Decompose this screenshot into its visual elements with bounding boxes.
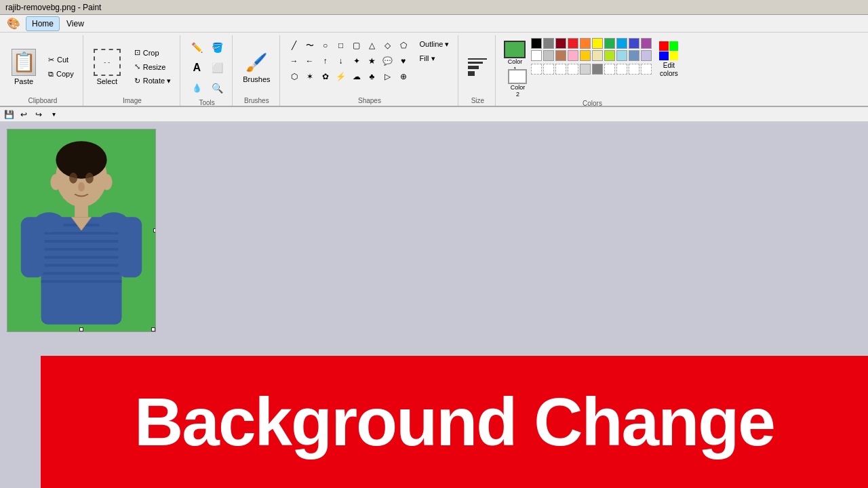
shape-hexagon[interactable]: ⬡ (287, 69, 302, 84)
swatch-custom1[interactable] (531, 64, 542, 75)
swatch-custom9[interactable] (629, 64, 639, 75)
fill-dropdown[interactable]: Fill ▾ (416, 52, 453, 65)
swatch-ltgray[interactable] (543, 50, 554, 61)
colors-palette (531, 38, 652, 75)
shape-star5[interactable]: ★ (365, 54, 380, 68)
clipboard-group: 📋 Paste ✂ Cut ⧉ Copy Clipboard (3, 35, 83, 106)
eraser-button[interactable]: ⬜ (208, 58, 226, 77)
cut-copy-container: ✂ Cut ⧉ Copy (45, 54, 77, 81)
brushes-button[interactable]: 🖌️ Brushes (239, 47, 273, 87)
shape-wedge[interactable]: ▷ (380, 69, 395, 84)
swatch-purple[interactable] (641, 38, 652, 49)
swatch-white[interactable] (531, 50, 542, 61)
menu-home[interactable]: Home (26, 16, 60, 31)
edit-colors-button[interactable]: Editcolors (656, 38, 682, 81)
undo-button[interactable]: ↩ (18, 108, 30, 121)
fill-button[interactable]: 🪣 (208, 38, 226, 57)
swatch-steelblue[interactable] (629, 50, 639, 61)
copy-button[interactable]: ⧉ Copy (45, 68, 77, 81)
swatch-pink[interactable] (568, 50, 578, 61)
shape-diamond[interactable]: ◇ (380, 38, 395, 53)
shape-pentagon[interactable]: ⬠ (396, 38, 411, 53)
color1-box[interactable] (504, 41, 526, 58)
resize-handle-bottom[interactable] (79, 327, 83, 331)
swatch-orange[interactable] (580, 38, 591, 49)
swatch-lavender[interactable] (641, 50, 652, 61)
rotate-button[interactable]: ↻ Rotate ▾ (131, 75, 174, 87)
shape-rect[interactable]: □ (334, 38, 349, 53)
swatch-custom3[interactable] (555, 64, 566, 75)
shape-roundrect[interactable]: ▢ (349, 38, 364, 53)
size-label: Size (471, 96, 484, 104)
shape-arrow-right[interactable]: → (287, 54, 302, 68)
shape-star7[interactable]: ✿ (318, 69, 333, 84)
shape-star4[interactable]: ✦ (349, 54, 364, 68)
swatch-green[interactable] (604, 38, 615, 49)
color1-selector[interactable]: Color1 (504, 41, 526, 73)
resize-label: Resize (143, 63, 166, 71)
svg-rect-8 (75, 205, 88, 218)
shape-line[interactable]: ╱ (287, 38, 302, 53)
shape-expand[interactable]: ⊕ (396, 69, 411, 84)
cut-button[interactable]: ✂ Cut (45, 54, 77, 66)
swatch-black[interactable] (531, 38, 542, 49)
swatch-custom8[interactable] (616, 64, 627, 75)
shape-heart[interactable]: ♥ (396, 54, 411, 68)
redo-button[interactable]: ↪ (33, 108, 45, 121)
shape-arrow-up[interactable]: ↑ (318, 54, 333, 68)
swatch-blue[interactable] (629, 38, 639, 49)
paste-button[interactable]: 📋 Paste (8, 45, 39, 89)
swatch-lime[interactable] (604, 50, 615, 61)
swatch-custom5[interactable] (580, 64, 591, 75)
shape-triangle[interactable]: △ (365, 38, 380, 53)
svg-point-7 (102, 174, 113, 190)
resize-button[interactable]: ⤡ Resize (131, 60, 174, 73)
brushes-label: Brushes (243, 75, 270, 83)
shape-cloud[interactable]: ☁ (349, 69, 364, 84)
swatch-custom7[interactable] (604, 64, 615, 75)
shape-curve[interactable]: 〜 (302, 38, 317, 53)
swatch-custom4[interactable] (568, 64, 578, 75)
menu-view[interactable]: View (61, 17, 90, 30)
swatch-brown[interactable] (555, 50, 566, 61)
swatch-custom6[interactable] (592, 64, 603, 75)
pencil-button[interactable]: ✏️ (187, 38, 206, 57)
select-button[interactable]: - - Select (90, 45, 124, 89)
paste-icon: 📋 (12, 49, 36, 76)
outline-dropdown[interactable]: Outline ▾ (416, 38, 453, 51)
more-button[interactable]: ▾ (47, 108, 60, 121)
swatch-custom10[interactable] (641, 64, 652, 75)
swatch-tan[interactable] (592, 50, 603, 61)
picker-button[interactable]: 💧 (187, 79, 206, 98)
resize-handle-corner[interactable] (151, 327, 155, 331)
shape-clover[interactable]: ♣ (365, 69, 380, 84)
color2-selector[interactable]: Color2 (508, 69, 527, 99)
swatch-gold[interactable] (580, 50, 591, 61)
shape-star6[interactable]: ✶ (302, 69, 317, 84)
swatch-sky[interactable] (616, 50, 627, 61)
swatch-yellow[interactable] (592, 38, 603, 49)
color2-box[interactable] (508, 69, 527, 84)
swatch-custom2[interactable] (543, 64, 554, 75)
menu-file[interactable]: 🎨 (3, 16, 24, 30)
shape-callout[interactable]: 💬 (380, 54, 395, 68)
shape-arrow-down[interactable]: ↓ (334, 54, 349, 68)
shapes-dropdowns: Outline ▾ Fill ▾ (416, 38, 453, 65)
text-button[interactable]: A (187, 58, 206, 77)
magnify-button[interactable]: 🔍 (208, 79, 226, 98)
swatch-cyan[interactable] (616, 38, 627, 49)
tools-group: ✏️ 🪣 A ⬜ 💧 🔍 Tools (182, 35, 233, 106)
crop-button[interactable]: ⊡ Crop (131, 46, 174, 59)
swatch-darkred[interactable] (555, 38, 566, 49)
brushes-group-label: Brushes (244, 96, 269, 104)
shape-oval[interactable]: ○ (318, 38, 333, 53)
copy-label: Copy (56, 70, 74, 78)
shape-arrow-left[interactable]: ← (302, 54, 317, 68)
swatch-gray[interactable] (543, 38, 554, 49)
swatch-red[interactable] (568, 38, 578, 49)
shape-lightning[interactable]: ⚡ (334, 69, 349, 84)
size-selector[interactable] (465, 56, 490, 79)
palette-row-3 (531, 64, 652, 75)
save-button[interactable]: 💾 (3, 108, 15, 121)
resize-handle-right[interactable] (153, 228, 156, 232)
